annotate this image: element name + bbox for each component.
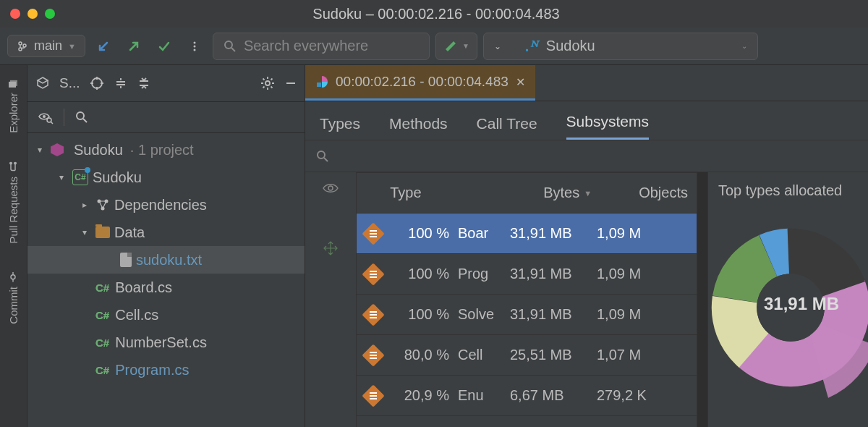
svg-point-10 (265, 81, 270, 85)
solution-root-item[interactable]: Sudoku · 1 project (27, 136, 305, 164)
dependencies-item[interactable]: Dependencies (27, 191, 305, 219)
close-window-button[interactable] (10, 9, 20, 19)
tool-window-stripe-left: Explorer Pull Requests Commit (0, 65, 27, 427)
subsystems-subtab[interactable]: Subsystems (566, 113, 649, 140)
svg-point-0 (193, 41, 195, 43)
call-tree-subtab[interactable]: Call Tree (477, 115, 537, 140)
checkmark-button[interactable] (152, 34, 176, 59)
more-vcs-button[interactable] (182, 34, 207, 59)
solution-icon (51, 143, 64, 156)
file-name: NumberSet.cs (115, 334, 207, 351)
folder-icon (95, 227, 110, 238)
table-row[interactable]: 20,9 % Enu 6,67 MB 279,2 K (357, 376, 697, 416)
table-row[interactable]: 100 % Prog 31,91 MB 1,09 M (357, 254, 697, 295)
solution-name: Sudoku (74, 142, 123, 158)
search-placeholder: Search everywhere (244, 38, 368, 54)
profiler-snapshot-icon (315, 75, 328, 88)
allocation-donut-chart: 31,91 MB (726, 228, 868, 380)
csharp-file-icon: C# (95, 364, 111, 376)
svg-point-8 (12, 275, 16, 279)
explorer-toolbar: S... (27, 65, 305, 101)
allocation-table: Type Bytes ▼ Objects 100 % Boar 31,91 MB… (356, 172, 697, 427)
arrow-up-right-icon (127, 40, 140, 53)
file-item-sudoku-txt[interactable]: sudoku.txt (27, 246, 305, 274)
tab-title: 00:00:02.216 - 00:00:04.483 (336, 74, 509, 90)
csharp-file-icon: C# (95, 282, 111, 294)
branch-picker[interactable]: main ▼ (7, 35, 85, 57)
pull-requests-stripe-tab[interactable]: Pull Requests (7, 155, 20, 251)
namespace-icon (362, 263, 384, 285)
file-item-numberset[interactable]: C# NumberSet.cs (27, 329, 305, 356)
svg-point-19 (328, 186, 333, 190)
editor-tab-row: 00:00:02.216 - 00:00:04.483 ✕ (305, 65, 868, 101)
solution-tree[interactable]: Sudoku · 1 project C# Sudoku Dependencie… (27, 133, 305, 427)
text-file-icon (120, 253, 132, 267)
branch-name: main (34, 38, 62, 54)
table-row[interactable]: 100 % Solve 31,91 MB 1,09 M (357, 295, 697, 335)
minimize-window-button[interactable] (27, 9, 38, 19)
file-item-board[interactable]: C# Board.cs (27, 274, 305, 301)
profiler-snapshot-tab[interactable]: 00:00:02.216 - 00:00:04.483 ✕ (305, 65, 535, 101)
hammer-icon (443, 39, 458, 54)
update-project-button[interactable] (91, 34, 116, 59)
collapse-all-icon[interactable] (137, 76, 151, 90)
explorer-view-label: S... (59, 75, 80, 91)
folder-item[interactable]: Data (27, 219, 305, 246)
search-icon[interactable] (315, 149, 330, 164)
move-icon[interactable] (323, 240, 339, 256)
chevron-down-icon[interactable] (78, 227, 91, 237)
titlebar: Sudoku – 00:00:02.216 - 00:00:04.483 (0, 0, 868, 28)
target-icon[interactable] (89, 75, 105, 91)
search-icon[interactable] (75, 110, 89, 124)
minimize-panel-icon[interactable] (284, 77, 297, 90)
solution-view-icon[interactable] (35, 75, 51, 91)
chevron-down-icon: ⌄ (494, 41, 501, 51)
commit-stripe-tab[interactable]: Commit (7, 265, 20, 331)
run-config-name: Sudoku (546, 38, 595, 54)
branch-icon (17, 41, 28, 52)
project-item[interactable]: C# Sudoku (27, 164, 305, 191)
commit-icon (9, 272, 19, 282)
build-button[interactable]: ▼ (435, 33, 477, 60)
explorer-stripe-tab[interactable]: Explorer (7, 71, 20, 140)
table-row[interactable]: 80,0 % Cell 25,51 MB 1,07 M (357, 335, 697, 376)
svg-point-1 (193, 45, 195, 47)
commit-push-button[interactable] (122, 34, 146, 59)
table-row[interactable]: 100 % Boar 31,91 MB 1,09 M (357, 214, 697, 254)
search-everywhere-input[interactable]: Search everywhere (213, 33, 430, 60)
svg-point-14 (98, 200, 101, 203)
header-type[interactable]: Type (390, 185, 535, 201)
checkmark-icon (157, 39, 171, 54)
methods-subtab[interactable]: Methods (389, 115, 448, 140)
svg-point-3 (225, 41, 232, 48)
file-item-cell[interactable]: C# Cell.cs (27, 301, 305, 329)
svg-point-9 (92, 78, 102, 88)
gear-icon[interactable] (260, 75, 276, 91)
vertical-scrollbar[interactable] (697, 172, 707, 427)
run-configuration-selector[interactable]: ⌄ .ᴺ Sudoku ⌄ (483, 33, 758, 60)
chevron-down-icon[interactable] (55, 172, 68, 182)
chevron-down-icon: ▼ (462, 42, 469, 50)
csharp-file-icon: C# (95, 337, 111, 349)
eye-icon[interactable] (322, 179, 339, 197)
expand-all-icon[interactable] (114, 76, 128, 90)
svg-point-15 (105, 200, 109, 203)
explorer-panel: S... Sudoku · 1 project C# (27, 65, 305, 427)
file-item-program[interactable]: C# Program.cs (27, 356, 305, 384)
chevron-down-icon: ⌄ (741, 42, 747, 50)
zoom-window-button[interactable] (45, 9, 55, 19)
dotnet-icon: .ᴺ (526, 38, 537, 55)
sort-desc-icon: ▼ (584, 189, 592, 198)
types-subtab[interactable]: Types (320, 115, 360, 140)
header-objects[interactable]: Objects (639, 185, 688, 201)
chevron-right-icon[interactable] (78, 200, 91, 210)
header-bytes[interactable]: Bytes ▼ (543, 185, 630, 201)
svg-point-16 (101, 207, 105, 211)
explorer-search-row (27, 101, 305, 133)
top-types-panel: Top types allocated 31,91 MB (707, 172, 868, 427)
dependencies-icon (95, 198, 110, 212)
more-vertical-icon (189, 41, 200, 52)
close-tab-icon[interactable]: ✕ (516, 75, 525, 89)
eye-search-icon[interactable] (38, 109, 54, 125)
chevron-down-icon[interactable] (33, 145, 46, 155)
